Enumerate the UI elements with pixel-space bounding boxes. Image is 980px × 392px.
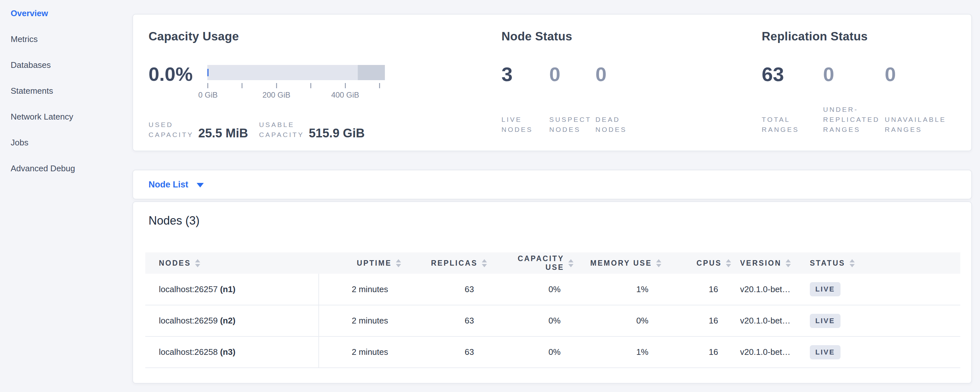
- capacity-bar-other-programs: [358, 65, 385, 80]
- uptime-cell: 2 minutes: [319, 336, 401, 368]
- uptime-cell: 2 minutes: [319, 305, 401, 336]
- status-cell: LIVE: [805, 336, 960, 368]
- capacity-axis-labels: 0 GiB 200 GiB 400 GiB: [207, 91, 380, 100]
- node-status-title: Node Status: [501, 29, 762, 44]
- sidebar-item-metrics[interactable]: Metrics: [11, 35, 127, 44]
- usable-capacity-value: 515.9 GiB: [309, 127, 364, 140]
- table-row[interactable]: localhost:26257 (n1) 2 minutes 63 0% 1% …: [145, 274, 960, 305]
- column-header-uptime[interactable]: UPTIME: [319, 252, 401, 274]
- version-cell: v20.1.0-bet…: [731, 274, 805, 305]
- sidebar: Overview Metrics Databases Statements Ne…: [11, 9, 127, 190]
- live-nodes-stat: 3 LIVE NODES: [501, 64, 549, 134]
- memory-use-cell: 1%: [573, 336, 661, 368]
- column-label-nodes: NODES: [159, 259, 191, 268]
- usable-capacity-stat: USABLE CAPACITY 515.9 GiB: [259, 120, 364, 140]
- node-address-cell[interactable]: localhost:26259 (n2): [145, 305, 319, 336]
- version-cell: v20.1.0-bet…: [731, 336, 805, 368]
- used-capacity-label: USED CAPACITY: [148, 120, 197, 140]
- view-selector-card: Node List: [132, 170, 972, 199]
- dead-nodes-stat: 0 DEAD NODES: [595, 64, 644, 134]
- column-header-status[interactable]: STATUS: [805, 252, 960, 274]
- memory-use-cell: 0%: [573, 305, 661, 336]
- capacity-usage-title: Capacity Usage: [148, 29, 501, 44]
- node-status-section: Node Status 3 LIVE NODES 0 SUSPECT NODES…: [501, 29, 762, 138]
- cpus-cell: 16: [661, 274, 731, 305]
- table-row[interactable]: localhost:26258 (n3) 2 minutes 63 0% 1% …: [145, 336, 960, 368]
- sidebar-item-statements[interactable]: Statements: [11, 87, 127, 95]
- column-header-version[interactable]: VERSION: [731, 252, 805, 274]
- under-replicated-ranges-value: 0: [823, 64, 885, 84]
- node-id: (n3): [220, 347, 235, 357]
- sort-icon[interactable]: [786, 259, 791, 267]
- column-label-memory-use: MEMORY USE: [590, 259, 652, 268]
- sort-icon[interactable]: [850, 259, 855, 267]
- capacity-use-cell: 0%: [487, 305, 573, 336]
- total-ranges-value: 63: [762, 64, 823, 84]
- sort-icon[interactable]: [195, 259, 200, 267]
- column-label-uptime: UPTIME: [357, 259, 392, 268]
- sidebar-item-jobs[interactable]: Jobs: [11, 138, 127, 147]
- suspect-nodes-value: 0: [549, 64, 595, 84]
- main-content: Capacity Usage 0.0% 0 GiB 200 GiB: [132, 0, 972, 384]
- column-header-memory-use[interactable]: MEMORY USE: [573, 252, 661, 274]
- under-replicated-ranges-stat: 0 UNDER-REPLICATED RANGES: [823, 64, 885, 134]
- live-nodes-value: 3: [501, 64, 549, 84]
- under-replicated-ranges-label: UNDER-REPLICATED RANGES: [823, 104, 867, 134]
- column-header-capacity-use[interactable]: CAPACITY USE: [487, 252, 573, 274]
- column-label-cpus: CPUS: [697, 259, 722, 268]
- cpus-cell: 16: [661, 336, 731, 368]
- status-badge: LIVE: [810, 314, 840, 328]
- node-list-dropdown[interactable]: Node List: [148, 180, 204, 190]
- dead-nodes-value: 0: [595, 64, 644, 84]
- table-row[interactable]: localhost:26259 (n2) 2 minutes 63 0% 0% …: [145, 305, 960, 336]
- status-badge: LIVE: [810, 282, 840, 296]
- node-address-cell[interactable]: localhost:26257 (n1): [145, 274, 319, 305]
- cluster-summary-card: Capacity Usage 0.0% 0 GiB 200 GiB: [132, 14, 972, 151]
- version-cell: v20.1.0-bet…: [731, 305, 805, 336]
- sort-icon[interactable]: [656, 259, 661, 267]
- memory-use-cell: 1%: [573, 274, 661, 305]
- axis-label-200: 200 GiB: [262, 91, 291, 100]
- column-header-nodes[interactable]: NODES: [145, 252, 319, 274]
- unavailable-ranges-label: UNAVAILABLE RANGES: [885, 115, 928, 134]
- node-list-dropdown-label: Node List: [148, 180, 188, 190]
- table-header-row: NODES UPTIME REPLICAS CAPACITY USE MEMOR…: [145, 252, 960, 274]
- capacity-use-cell: 0%: [487, 274, 573, 305]
- status-badge: LIVE: [810, 345, 840, 359]
- replication-status-section: Replication Status 63 TOTAL RANGES 0 UND…: [762, 29, 956, 138]
- node-address: localhost:26259: [159, 316, 218, 325]
- sidebar-item-overview[interactable]: Overview: [11, 9, 127, 18]
- replicas-cell: 63: [401, 336, 487, 368]
- unavailable-ranges-stat: 0 UNAVAILABLE RANGES: [885, 64, 956, 134]
- capacity-bar-used: [207, 69, 208, 76]
- sort-icon[interactable]: [726, 259, 731, 267]
- nodes-table-card: Nodes (3) NODES UPTIME REPLICAS: [132, 201, 972, 384]
- capacity-bar-track: [207, 65, 385, 80]
- sidebar-item-advanced-debug[interactable]: Advanced Debug: [11, 164, 127, 173]
- unavailable-ranges-value: 0: [885, 64, 956, 84]
- axis-label-0: 0 GiB: [198, 91, 218, 100]
- uptime-cell: 2 minutes: [319, 274, 401, 305]
- used-capacity-value: 25.5 MiB: [198, 127, 248, 140]
- column-label-version: VERSION: [740, 259, 781, 268]
- sort-icon[interactable]: [568, 259, 573, 267]
- live-nodes-label: LIVE NODES: [501, 115, 545, 134]
- capacity-use-cell: 0%: [487, 336, 573, 368]
- node-id: (n2): [220, 316, 235, 325]
- capacity-used-percent: 0.0%: [148, 64, 207, 84]
- total-ranges-stat: 63 TOTAL RANGES: [762, 64, 823, 134]
- capacity-bar-chart: 0 GiB 200 GiB 400 GiB: [207, 65, 385, 100]
- cpus-cell: 16: [661, 305, 731, 336]
- node-address-cell[interactable]: localhost:26258 (n3): [145, 336, 319, 368]
- sort-icon[interactable]: [396, 259, 401, 267]
- node-id: (n1): [220, 284, 235, 294]
- nodes-table: NODES UPTIME REPLICAS CAPACITY USE MEMOR…: [145, 252, 960, 368]
- column-header-cpus[interactable]: CPUS: [661, 252, 731, 274]
- chevron-down-icon: [197, 183, 204, 187]
- sidebar-item-databases[interactable]: Databases: [11, 61, 127, 70]
- node-address: localhost:26258: [159, 347, 218, 357]
- sidebar-item-network-latency[interactable]: Network Latency: [11, 112, 127, 121]
- sort-icon[interactable]: [482, 259, 487, 267]
- column-header-replicas[interactable]: REPLICAS: [401, 252, 487, 274]
- used-capacity-stat: USED CAPACITY 25.5 MiB: [148, 120, 248, 140]
